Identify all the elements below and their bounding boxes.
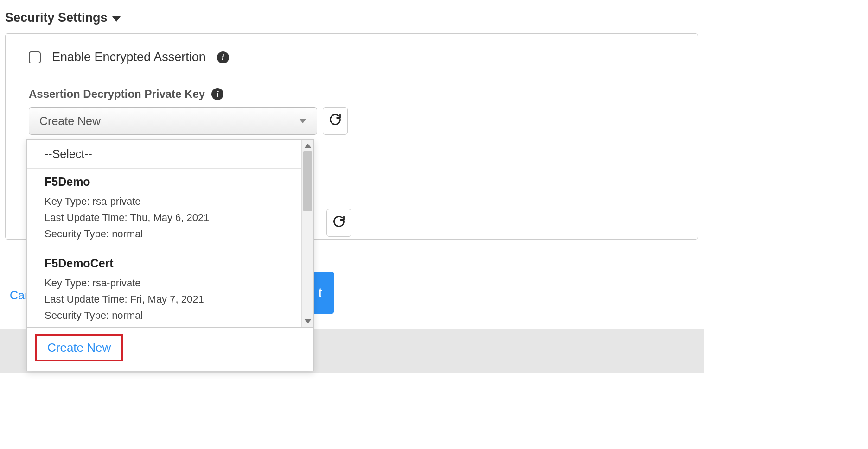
section-header[interactable]: Security Settings bbox=[0, 0, 703, 33]
meta-value: normal bbox=[112, 310, 143, 321]
scrollbar[interactable] bbox=[301, 140, 313, 327]
refresh-icon bbox=[332, 215, 345, 231]
next-button-text-fragment: t bbox=[319, 285, 322, 301]
assertion-key-select-value: Create New bbox=[39, 114, 101, 128]
meta-label: Security Type: bbox=[45, 310, 109, 321]
scroll-thumb[interactable] bbox=[303, 151, 312, 211]
dropdown-option-name: F5DemoCert bbox=[45, 257, 301, 270]
dropdown-option-meta: Key Type: rsa-private bbox=[45, 275, 301, 291]
dropdown-option-meta: Last Update Time: Thu, May 6, 2021 bbox=[45, 209, 301, 226]
assertion-key-label-row: Assertion Decryption Private Key i bbox=[29, 88, 675, 101]
dropdown-scroll-area: --Select-- F5Demo Key Type: rsa-private … bbox=[27, 140, 313, 327]
info-icon[interactable]: i bbox=[211, 88, 223, 100]
meta-value: normal bbox=[112, 228, 143, 240]
dropdown-option-meta: Last Update Time: Fri, May 7, 2021 bbox=[45, 291, 301, 307]
meta-value: Fri, May 7, 2021 bbox=[130, 293, 204, 305]
refresh-button[interactable] bbox=[323, 107, 348, 135]
scroll-up-icon[interactable] bbox=[304, 144, 312, 148]
dropdown-placeholder-option[interactable]: --Select-- bbox=[27, 140, 313, 169]
meta-label: Last Update Time: bbox=[45, 212, 128, 223]
meta-label: Key Type: bbox=[45, 277, 89, 289]
meta-label: Key Type: bbox=[45, 196, 89, 207]
enable-encrypted-assertion-label: Enable Encrypted Assertion bbox=[52, 50, 206, 64]
next-button[interactable]: t bbox=[311, 272, 334, 314]
assertion-key-label: Assertion Decryption Private Key bbox=[29, 88, 205, 101]
dropdown-option-meta: Key Type: rsa-private bbox=[45, 193, 301, 209]
dropdown-footer: Create New bbox=[27, 327, 313, 371]
meta-value: Thu, May 6, 2021 bbox=[130, 212, 209, 223]
meta-label: Last Update Time: bbox=[45, 293, 128, 305]
meta-label: Security Type: bbox=[45, 228, 109, 240]
dropdown-option-meta: Security Type: normal bbox=[45, 307, 301, 323]
dropdown-option-name: F5Demo bbox=[45, 175, 301, 189]
assertion-key-select[interactable]: Create New bbox=[29, 107, 317, 135]
enable-encrypted-assertion-row: Enable Encrypted Assertion i bbox=[29, 50, 675, 64]
dropdown-option[interactable]: F5DemoCert Key Type: rsa-private Last Up… bbox=[27, 250, 313, 327]
dropdown-option-meta: Security Type: normal bbox=[45, 226, 301, 242]
dropdown-list: --Select-- F5Demo Key Type: rsa-private … bbox=[27, 140, 313, 327]
create-new-option[interactable]: Create New bbox=[35, 334, 123, 361]
refresh-button[interactable] bbox=[326, 209, 351, 237]
assertion-key-dropdown: --Select-- F5Demo Key Type: rsa-private … bbox=[26, 139, 314, 371]
meta-value: rsa-private bbox=[93, 277, 141, 289]
caret-down-icon bbox=[112, 16, 121, 22]
assertion-key-select-row: Create New bbox=[29, 107, 675, 135]
security-settings-panel: Security Settings Enable Encrypted Asser… bbox=[0, 0, 703, 372]
refresh-icon bbox=[329, 113, 342, 129]
info-icon[interactable]: i bbox=[217, 51, 229, 63]
enable-encrypted-assertion-checkbox[interactable] bbox=[29, 51, 41, 63]
dropdown-option[interactable]: F5Demo Key Type: rsa-private Last Update… bbox=[27, 169, 313, 250]
scroll-down-icon[interactable] bbox=[304, 319, 312, 323]
meta-value: rsa-private bbox=[93, 196, 141, 207]
section-title: Security Settings bbox=[5, 11, 108, 25]
chevron-down-icon bbox=[299, 119, 306, 123]
